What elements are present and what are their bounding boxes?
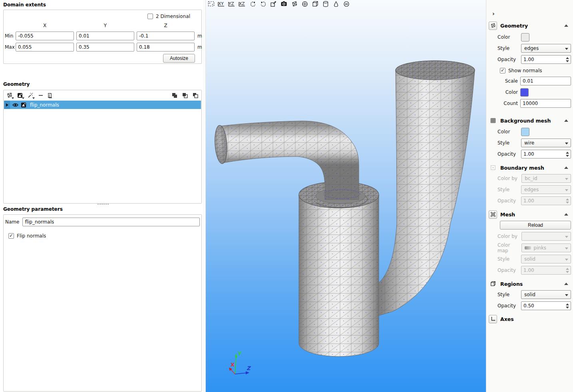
section-header-geometry[interactable]: Geometry <box>489 21 571 30</box>
rotate-ccw-icon[interactable] <box>249 0 257 7</box>
visibility-eye-icon[interactable] <box>12 103 18 107</box>
max-row-label: Max <box>5 44 15 50</box>
y-max-input[interactable] <box>76 43 134 51</box>
section-header-regions[interactable]: Regions <box>489 279 571 288</box>
x-max-input[interactable] <box>16 43 74 51</box>
spinbox-arrows[interactable] <box>564 150 571 158</box>
flip-normals-label: Flip normals <box>17 233 46 239</box>
z-max-input[interactable] <box>137 43 195 51</box>
collapse-arrow-icon[interactable] <box>564 166 568 169</box>
geometry-section-icon[interactable] <box>489 22 497 30</box>
regions-section-icon[interactable] <box>489 280 497 288</box>
regions-opacity-label: Opacity <box>497 303 519 309</box>
background-mesh-color-swatch[interactable] <box>521 128 529 136</box>
toggle-torus-icon[interactable] <box>342 0 350 7</box>
section-header-boundary-mesh[interactable]: Boundary mesh <box>489 163 571 172</box>
show-normals-label: Show normals <box>508 68 542 73</box>
name-input[interactable] <box>22 218 200 226</box>
dropdown-caret-icon <box>565 294 568 296</box>
display-settings-panel: › Geometry Color Style edges Opacity Sho… <box>486 0 573 392</box>
remove-icon[interactable] <box>37 92 44 99</box>
autosize-button[interactable]: Autosize <box>163 54 195 63</box>
collapse-arrow-icon[interactable] <box>564 213 568 216</box>
regions-style-value: solid <box>524 292 535 297</box>
collapse-arrow-icon[interactable] <box>564 119 568 122</box>
panel-splitter[interactable] <box>203 0 206 392</box>
axes-section-icon[interactable] <box>489 315 497 323</box>
perspective-icon[interactable] <box>270 0 277 7</box>
toggle-cone-icon[interactable] <box>332 0 340 7</box>
show-normals-checkbox[interactable] <box>500 68 505 73</box>
regions-opacity-input[interactable] <box>521 301 571 310</box>
reload-mesh-button[interactable]: Reload <box>500 221 571 230</box>
boolean-union-icon[interactable] <box>171 92 178 99</box>
flip-normals-checkbox[interactable] <box>8 233 14 239</box>
copy-icon[interactable] <box>48 92 55 99</box>
mesh-color-map-value: pinks <box>533 245 546 251</box>
normals-count-input[interactable] <box>520 99 571 108</box>
geometry-color-swatch[interactable] <box>521 33 529 42</box>
dropdown-caret-icon <box>565 143 568 145</box>
y-min-input[interactable] <box>76 32 134 40</box>
boolean-intersect-icon[interactable] <box>181 92 189 99</box>
geometry-section-title: Geometry <box>500 23 528 29</box>
geometry-opacity-input[interactable] <box>521 55 571 64</box>
collapse-arrow-icon[interactable] <box>564 283 568 285</box>
mesh-section-icon[interactable] <box>489 210 497 219</box>
add-stl-icon[interactable] <box>16 92 24 99</box>
boundary-mesh-color-by-select: bc_id <box>521 174 571 183</box>
toggle-geometry-icon[interactable] <box>290 0 298 7</box>
dropdown-caret-icon <box>565 189 568 191</box>
z-min-input[interactable] <box>137 32 195 40</box>
axes-section-title: Axes <box>500 316 514 322</box>
two-dimensional-checkbox[interactable] <box>147 14 153 19</box>
mesh-opacity-input <box>521 266 571 275</box>
add-geometry-icon[interactable] <box>6 92 13 99</box>
normals-scale-input[interactable] <box>520 77 571 85</box>
mesh-color-by-label: Color by <box>497 234 521 239</box>
toggle-box-icon[interactable] <box>311 0 319 7</box>
splitter-handle[interactable] <box>97 203 109 205</box>
3d-viewport[interactable]: Y X Z XY YZ XZ <box>206 0 486 392</box>
geometry-parameters-title: Geometry parameters <box>3 206 63 212</box>
expand-arrow-icon[interactable] <box>4 101 10 109</box>
boundary-mesh-style-select: edges <box>521 185 571 194</box>
view-yz-button[interactable]: YZ <box>228 0 236 7</box>
geometry-list-item-flip-normals[interactable]: flip_normals <box>4 101 201 109</box>
column-header-x: X <box>16 23 74 28</box>
collapse-panel-icon[interactable]: › <box>490 10 497 17</box>
rotate-cw-icon[interactable] <box>259 0 267 7</box>
background-mesh-section-icon[interactable] <box>489 117 497 125</box>
x-min-input[interactable] <box>16 32 74 40</box>
boundary-mesh-section-icon[interactable] <box>489 164 497 172</box>
background-mesh-opacity-input[interactable] <box>521 150 571 158</box>
view-xy-button[interactable]: XY <box>218 0 225 7</box>
screenshot-icon[interactable] <box>280 0 288 7</box>
section-header-axes[interactable]: Axes <box>489 315 571 323</box>
section-header-mesh[interactable]: Mesh <box>489 210 571 219</box>
dropdown-caret-icon <box>565 236 568 238</box>
toggle-cylinder-icon[interactable] <box>322 0 329 7</box>
spinbox-arrows[interactable] <box>564 55 571 63</box>
column-header-z: Z <box>137 23 195 28</box>
view-xz-button[interactable]: XZ <box>239 0 246 7</box>
boundary-mesh-section-title: Boundary mesh <box>500 165 544 171</box>
regions-style-select[interactable]: solid <box>521 290 571 299</box>
geometry-style-select[interactable]: edges <box>521 44 571 53</box>
section-header-background-mesh[interactable]: Background mesh <box>489 116 571 125</box>
boolean-difference-icon[interactable] <box>192 92 199 99</box>
spinbox-arrows[interactable] <box>564 302 571 310</box>
normals-scale-label: Scale <box>497 78 520 84</box>
stl-file-icon <box>21 102 26 108</box>
view-xy-label: XY <box>218 1 224 6</box>
toggle-sphere-icon[interactable] <box>301 0 308 7</box>
background-mesh-opacity-label: Opacity <box>497 151 519 157</box>
min-unit-label: m <box>197 33 202 39</box>
wand-filter-icon[interactable] <box>27 92 34 99</box>
fit-view-icon[interactable] <box>207 0 215 7</box>
background-mesh-style-select[interactable]: wire <box>521 139 571 147</box>
collapse-arrow-icon[interactable] <box>564 24 568 27</box>
normals-color-swatch[interactable] <box>520 88 529 97</box>
view-xz-label: XZ <box>239 1 245 6</box>
domain-extents-group: 2 Dimensional X Y Z Min m Max m Autosize <box>3 10 202 64</box>
